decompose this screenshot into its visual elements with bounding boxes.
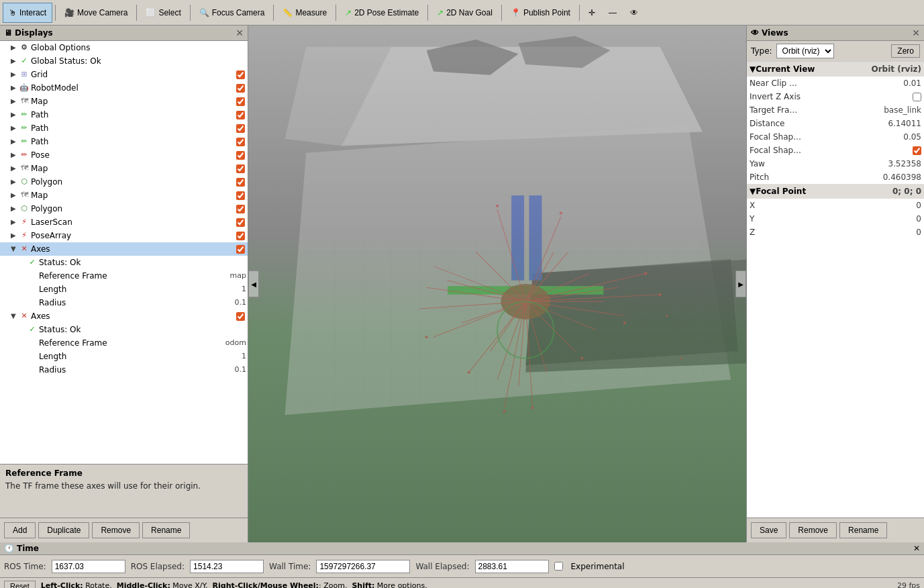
views-rename-button[interactable]: Rename <box>839 522 887 538</box>
distance-row[interactable]: Distance 6.14011 <box>747 117 924 130</box>
invert-z-checkbox[interactable] <box>913 93 921 101</box>
list-item[interactable]: ▶ ⊞ Grid <box>0 68 248 81</box>
focal-shape2-row[interactable]: Focal Shap… <box>747 144 924 157</box>
gear-icon: ⚙ <box>19 42 30 53</box>
yaw-row[interactable]: Yaw 3.52358 <box>747 157 924 170</box>
map-icon: 🗺 <box>19 96 30 107</box>
focal-y-row[interactable]: Y 0 <box>747 212 924 226</box>
measure-button[interactable]: 📏 Measure <box>276 3 333 23</box>
pose-estimate-button[interactable]: ↗ 2D Pose Estimate <box>339 3 425 23</box>
list-item[interactable]: Length 1 <box>0 283 248 296</box>
type-row: Type: Orbit (rviz) Zero <box>747 41 924 62</box>
hint-text: Left-Click: Rotate. Middle-Click: Move X… <box>41 581 427 588</box>
focal-point-section[interactable]: ▼ Focal Point 0; 0; 0 <box>747 184 924 199</box>
path1-checkbox[interactable] <box>236 111 245 119</box>
views-remove-button[interactable]: Remove <box>789 522 837 538</box>
viewport-collapse-left[interactable]: ◀ <box>248 271 259 297</box>
minus-button[interactable]: — <box>603 3 623 23</box>
list-item[interactable]: ▶ ⬡ Polygon <box>0 202 248 215</box>
list-item[interactable]: ▶ ✏ Pose <box>0 148 248 162</box>
list-item[interactable]: ▶ 🗺 Map <box>0 162 248 175</box>
list-item[interactable]: Radius 0.1 <box>0 296 248 309</box>
main-area: 🖥 Displays ✕ ▶ ⚙ Global Options ▶ ✓ Glob… <box>0 26 924 542</box>
prop-icon <box>27 364 38 375</box>
interact-button[interactable]: 🖱 Interact <box>3 3 52 23</box>
ros-elapsed-input[interactable] <box>190 560 264 573</box>
list-item[interactable]: Reference Frame map <box>0 269 248 283</box>
focal-shape-checkbox[interactable] <box>913 146 921 155</box>
list-item[interactable]: ▶ ✓ Global Status: Ok <box>0 54 248 68</box>
polygon2-checkbox[interactable] <box>236 205 245 213</box>
map2-checkbox[interactable] <box>236 164 245 173</box>
list-item[interactable]: ▼ ✕ Axes <box>0 242 248 256</box>
rename-button[interactable]: Rename <box>142 522 190 538</box>
list-item[interactable]: Radius 0.1 <box>0 363 248 377</box>
ros-time-input[interactable] <box>52 560 125 573</box>
list-item[interactable]: Length 1 <box>0 350 248 363</box>
list-item[interactable]: ▶ 🗺 Map <box>0 95 248 108</box>
robotmodel-checkbox[interactable] <box>236 84 245 93</box>
experimental-checkbox[interactable] <box>554 562 563 571</box>
expand-arrow: ▶ <box>11 122 19 134</box>
list-item[interactable]: ✓ Status: Ok <box>0 323 248 336</box>
publish-point-button[interactable]: 📍 Publish Point <box>505 3 576 23</box>
displays-close-button[interactable]: ✕ <box>236 28 244 38</box>
focal-x-row[interactable]: X 0 <box>747 199 924 212</box>
zero-button[interactable]: Zero <box>891 44 920 58</box>
axes1-checkbox[interactable] <box>236 245 245 254</box>
path2-checkbox[interactable] <box>236 124 245 133</box>
list-item[interactable]: ▶ ⬡ Polygon <box>0 175 248 189</box>
views-close-button[interactable]: ✕ <box>912 28 920 38</box>
time-close-button[interactable]: ✕ <box>913 544 920 553</box>
pitch-row[interactable]: Pitch 0.460398 <box>747 170 924 184</box>
add-button[interactable]: Add <box>4 522 36 538</box>
remove-button[interactable]: Remove <box>92 522 140 538</box>
duplicate-button[interactable]: Duplicate <box>38 522 89 538</box>
wall-elapsed-input[interactable] <box>475 560 549 573</box>
polygon1-checkbox[interactable] <box>236 178 245 187</box>
path3-checkbox[interactable] <box>236 138 245 146</box>
axes-icon: ✕ <box>19 311 30 322</box>
expand-arrow: ▶ <box>11 162 19 175</box>
list-item[interactable]: ▶ ✏ Path <box>0 135 248 148</box>
eye-button[interactable]: 👁 <box>624 3 644 23</box>
views-save-button[interactable]: Save <box>751 522 786 538</box>
list-item[interactable]: Reference Frame odom <box>0 336 248 350</box>
focal-shape1-row[interactable]: Focal Shap… 0.05 <box>747 130 924 144</box>
map3-checkbox[interactable] <box>236 191 245 200</box>
list-item[interactable]: ▶ ⚡ LaserScan <box>0 215 248 229</box>
list-item[interactable]: ▶ ⚡ PoseArray <box>0 229 248 242</box>
pose-checkbox[interactable] <box>236 151 245 160</box>
list-item[interactable]: ▶ ✏ Path <box>0 121 248 135</box>
path-icon: ✏ <box>19 109 30 120</box>
axes2-checkbox[interactable] <box>236 312 245 321</box>
map1-checkbox[interactable] <box>236 97 245 106</box>
focus-camera-button[interactable]: 🔍 Focus Camera <box>193 3 271 23</box>
list-item[interactable]: ✓ Status: Ok <box>0 256 248 269</box>
grid-checkbox[interactable] <box>236 70 245 79</box>
list-item[interactable]: ▼ ✕ Axes <box>0 309 248 323</box>
3d-viewport[interactable]: ◀ ▶ <box>248 26 746 542</box>
list-item[interactable]: ▶ 🗺 Map <box>0 189 248 202</box>
move-camera-button[interactable]: 🎥 Move Camera <box>58 3 134 23</box>
laserscan-checkbox[interactable] <box>236 218 245 227</box>
expand-arrow: ▶ <box>11 42 19 54</box>
current-view-section[interactable]: ▼ Current View Orbit (rviz) <box>747 62 924 77</box>
wall-time-input[interactable] <box>316 560 410 573</box>
list-item[interactable]: ▶ ⚙ Global Options <box>0 41 248 54</box>
select-button[interactable]: ⬜ Select <box>140 3 187 23</box>
invert-z-row[interactable]: Invert Z Axis <box>747 90 924 103</box>
list-item[interactable]: ▶ ✏ Path <box>0 108 248 121</box>
near-clip-row[interactable]: Near Clip … 0.01 <box>747 77 924 90</box>
grid-icon: ⊞ <box>19 69 30 80</box>
nav-goal-button[interactable]: ↗ 2D Nav Goal <box>431 3 499 23</box>
focal-z-row[interactable]: Z 0 <box>747 226 924 239</box>
crosshair-button[interactable]: ✛ <box>582 3 601 23</box>
posearray-checkbox[interactable] <box>236 232 245 240</box>
viewport-collapse-right[interactable]: ▶ <box>735 271 746 297</box>
target-frame-row[interactable]: Target Fra… base_link <box>747 103 924 117</box>
type-select[interactable]: Orbit (rviz) <box>776 44 834 58</box>
reset-button[interactable]: Reset <box>4 581 36 589</box>
list-item[interactable]: ▶ 🤖 RobotModel <box>0 81 248 95</box>
svg-point-36 <box>468 371 470 374</box>
